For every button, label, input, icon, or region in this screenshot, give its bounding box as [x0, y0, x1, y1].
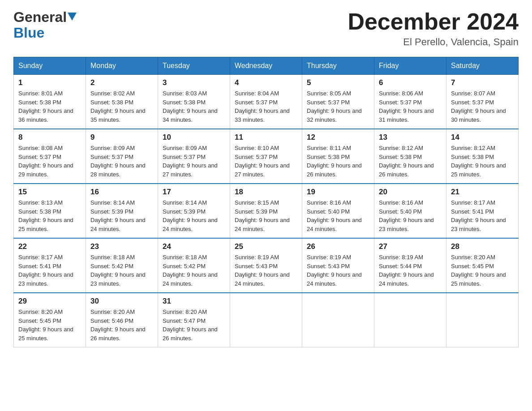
sunset-label: Sunset: 5:39 PM: [90, 208, 133, 215]
day-info: Sunrise: 8:17 AM Sunset: 5:41 PM Dayligh…: [451, 198, 514, 233]
day-number: 12: [307, 133, 369, 142]
day-number: 4: [235, 78, 297, 87]
sunset-label: Sunset: 5:39 PM: [235, 208, 278, 215]
table-row: 27 Sunrise: 8:19 AM Sunset: 5:44 PM Dayl…: [374, 238, 446, 293]
sunset-label: Sunset: 5:38 PM: [163, 99, 206, 106]
table-row: 17 Sunrise: 8:14 AM Sunset: 5:39 PM Dayl…: [158, 184, 230, 238]
sunset-label: Sunset: 5:38 PM: [18, 99, 61, 106]
sunset-label: Sunset: 5:37 PM: [163, 154, 206, 160]
table-row: 5 Sunrise: 8:05 AM Sunset: 5:37 PM Dayli…: [302, 75, 374, 129]
day-info: Sunrise: 8:19 AM Sunset: 5:43 PM Dayligh…: [235, 253, 297, 288]
sunset-label: Sunset: 5:40 PM: [307, 208, 350, 215]
daylight-label: Daylight: 9 hours and 23 minutes.: [379, 217, 434, 232]
sunset-label: Sunset: 5:42 PM: [163, 263, 206, 270]
day-number: 13: [379, 133, 442, 142]
day-info: Sunrise: 8:20 AM Sunset: 5:47 PM Dayligh…: [163, 308, 225, 342]
sunset-label: Sunset: 5:37 PM: [90, 154, 133, 160]
daylight-label: Daylight: 9 hours and 26 minutes.: [163, 326, 218, 342]
day-info: Sunrise: 8:16 AM Sunset: 5:40 PM Dayligh…: [379, 198, 442, 233]
sunset-label: Sunset: 5:41 PM: [18, 263, 61, 270]
sunrise-label: Sunrise: 8:19 AM: [379, 254, 423, 261]
day-number: 8: [18, 133, 81, 142]
location-subtitle: El Perello, Valencia, Spain: [348, 36, 519, 48]
month-title: December 2024: [348, 9, 519, 34]
table-row: 31 Sunrise: 8:20 AM Sunset: 5:47 PM Dayl…: [158, 293, 230, 347]
sunrise-label: Sunrise: 8:13 AM: [18, 199, 63, 206]
day-info: Sunrise: 8:20 AM Sunset: 5:46 PM Dayligh…: [90, 308, 153, 342]
sunrise-label: Sunrise: 8:14 AM: [90, 199, 135, 206]
page-header: General Blue December 2024 El Perello, V…: [13, 9, 519, 48]
daylight-label: Daylight: 9 hours and 24 minutes.: [379, 271, 434, 287]
sunset-label: Sunset: 5:37 PM: [379, 99, 422, 106]
sunset-label: Sunset: 5:47 PM: [163, 317, 206, 324]
sunset-label: Sunset: 5:46 PM: [90, 317, 133, 324]
day-info: Sunrise: 8:17 AM Sunset: 5:41 PM Dayligh…: [18, 253, 81, 288]
daylight-label: Daylight: 9 hours and 24 minutes.: [235, 271, 290, 287]
day-number: 29: [18, 297, 81, 306]
day-info: Sunrise: 8:16 AM Sunset: 5:40 PM Dayligh…: [307, 198, 369, 233]
logo-triangle-icon: [68, 13, 77, 21]
daylight-label: Daylight: 9 hours and 28 minutes.: [90, 162, 146, 178]
sunset-label: Sunset: 5:38 PM: [90, 99, 133, 106]
sunrise-label: Sunrise: 8:15 AM: [235, 199, 279, 206]
daylight-label: Daylight: 9 hours and 25 minutes.: [451, 162, 506, 178]
table-row: 14 Sunrise: 8:12 AM Sunset: 5:38 PM Dayl…: [446, 129, 519, 184]
sunset-label: Sunset: 5:38 PM: [18, 208, 61, 215]
sunset-label: Sunset: 5:37 PM: [235, 99, 278, 106]
day-number: 18: [235, 188, 297, 197]
sunset-label: Sunset: 5:42 PM: [90, 263, 133, 270]
table-row: 1 Sunrise: 8:01 AM Sunset: 5:38 PM Dayli…: [14, 75, 86, 129]
sunrise-label: Sunrise: 8:12 AM: [379, 145, 423, 151]
day-number: 3: [163, 78, 225, 87]
day-info: Sunrise: 8:07 AM Sunset: 5:37 PM Dayligh…: [451, 89, 514, 124]
daylight-label: Daylight: 9 hours and 25 minutes.: [18, 326, 73, 342]
table-row: 6 Sunrise: 8:06 AM Sunset: 5:37 PM Dayli…: [374, 75, 446, 129]
logo: General Blue: [13, 9, 77, 40]
daylight-label: Daylight: 9 hours and 36 minutes.: [18, 107, 73, 123]
daylight-label: Daylight: 9 hours and 33 minutes.: [235, 107, 290, 123]
day-number: 20: [379, 188, 442, 197]
day-number: 11: [235, 133, 297, 142]
sunset-label: Sunset: 5:38 PM: [307, 154, 350, 160]
table-row: 23 Sunrise: 8:18 AM Sunset: 5:42 PM Dayl…: [86, 238, 158, 293]
daylight-label: Daylight: 9 hours and 23 minutes.: [18, 271, 73, 287]
day-number: 5: [307, 78, 369, 87]
day-number: 14: [451, 133, 514, 142]
sunrise-label: Sunrise: 8:16 AM: [307, 199, 351, 206]
sunrise-label: Sunrise: 8:04 AM: [235, 90, 279, 97]
table-row: 26 Sunrise: 8:19 AM Sunset: 5:43 PM Dayl…: [302, 238, 374, 293]
sunset-label: Sunset: 5:38 PM: [451, 154, 494, 160]
logo-icon: General: [13, 9, 77, 26]
daylight-label: Daylight: 9 hours and 31 minutes.: [379, 107, 434, 123]
table-row: [230, 293, 302, 347]
day-number: 10: [163, 133, 225, 142]
sunrise-label: Sunrise: 8:02 AM: [90, 90, 135, 97]
table-row: [374, 293, 446, 347]
day-number: 23: [90, 242, 153, 251]
day-number: 25: [235, 242, 297, 251]
day-number: 7: [451, 78, 514, 87]
daylight-label: Daylight: 9 hours and 23 minutes.: [451, 217, 506, 232]
day-number: 16: [90, 188, 153, 197]
sunrise-label: Sunrise: 8:19 AM: [235, 254, 279, 261]
sunrise-label: Sunrise: 8:16 AM: [379, 199, 423, 206]
day-info: Sunrise: 8:01 AM Sunset: 5:38 PM Dayligh…: [18, 89, 81, 124]
day-info: Sunrise: 8:05 AM Sunset: 5:37 PM Dayligh…: [307, 89, 369, 124]
day-number: 31: [163, 297, 225, 306]
sunrise-label: Sunrise: 8:18 AM: [163, 254, 207, 261]
calendar-week-row: 29 Sunrise: 8:20 AM Sunset: 5:45 PM Dayl…: [14, 293, 519, 347]
header-saturday: Saturday: [446, 57, 519, 75]
calendar-week-row: 22 Sunrise: 8:17 AM Sunset: 5:41 PM Dayl…: [14, 238, 519, 293]
table-row: 24 Sunrise: 8:18 AM Sunset: 5:42 PM Dayl…: [158, 238, 230, 293]
sunrise-label: Sunrise: 8:09 AM: [163, 145, 207, 151]
day-number: 19: [307, 188, 369, 197]
sunset-label: Sunset: 5:45 PM: [451, 263, 494, 270]
sunrise-label: Sunrise: 8:07 AM: [451, 90, 495, 97]
day-number: 26: [307, 242, 369, 251]
day-number: 2: [90, 78, 153, 87]
sunset-label: Sunset: 5:37 PM: [18, 154, 61, 160]
sunset-label: Sunset: 5:39 PM: [163, 208, 206, 215]
daylight-label: Daylight: 9 hours and 25 minutes.: [18, 217, 73, 232]
day-info: Sunrise: 8:20 AM Sunset: 5:45 PM Dayligh…: [18, 308, 81, 342]
table-row: 3 Sunrise: 8:03 AM Sunset: 5:38 PM Dayli…: [158, 75, 230, 129]
